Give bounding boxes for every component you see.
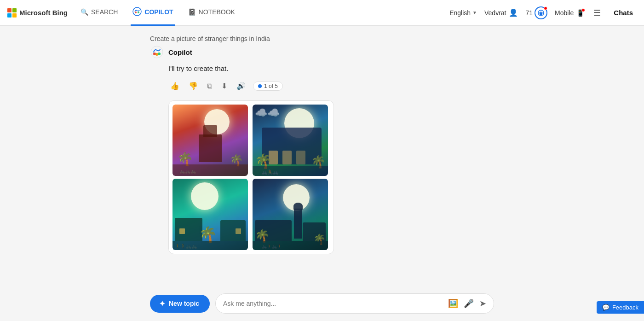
mobile-button[interactable]: Mobile 📱 — [555, 9, 584, 17]
svg-point-2 — [138, 12, 139, 13]
input-icons: 🖼️ 🎤 ➤ — [448, 298, 486, 309]
hamburger-menu[interactable]: ☰ — [592, 6, 603, 20]
chat-area: Create a picture of stranger things in I… — [150, 26, 494, 288]
user-avatar-icon: 👤 — [509, 8, 518, 17]
page-indicator[interactable]: 1 of 5 — [253, 82, 283, 91]
brand-label: Microsoft Bing — [19, 9, 68, 17]
thumbs-down-icon: 👎 — [189, 82, 198, 90]
send-icon: ➤ — [479, 299, 486, 308]
thumbs-up-button[interactable]: 👍 — [168, 80, 181, 92]
download-icon: ⬇ — [221, 82, 227, 90]
svg-point-0 — [133, 7, 141, 16]
nav-search[interactable]: 🔍 SEARCH — [79, 0, 120, 26]
thumbs-down-button[interactable]: 👎 — [187, 80, 200, 92]
send-button[interactable]: ➤ — [479, 298, 486, 309]
search-icon: 🔍 — [80, 8, 88, 16]
generated-image-3[interactable]: 🌴 🚶🚶🚲🚲 — [172, 179, 248, 250]
mobile-icon: 📱 — [576, 9, 584, 17]
svg-point-5 — [153, 53, 156, 55]
image-search-button[interactable]: 🖼️ — [448, 298, 458, 309]
page-dot — [258, 84, 262, 88]
copilot-response: Copilot I'll try to create that. 👍 👎 ⧉ ⬇ — [150, 45, 494, 254]
copilot-header: Copilot — [150, 45, 494, 59]
main-content: Create a picture of stranger things in I… — [143, 26, 501, 321]
image-grid: 🌴 🌴 🚲🚲🚲 — [168, 100, 334, 254]
nav-copilot[interactable]: COPILOT — [131, 0, 175, 26]
new-topic-icon: ✦ — [159, 299, 165, 308]
ms-logo-icon — [7, 8, 17, 18]
message-input-box: 🖼️ 🎤 ➤ — [215, 293, 494, 314]
language-selector[interactable]: English ▼ — [449, 9, 477, 17]
image-icon: 🖼️ — [448, 299, 458, 308]
user-profile[interactable]: Vedvrat 👤 — [484, 8, 518, 17]
response-text: I'll try to create that. — [150, 64, 494, 72]
feedback-icon: 💬 — [602, 304, 610, 311]
reward-badge[interactable]: 71 — [525, 6, 547, 19]
chevron-down-icon: ▼ — [472, 10, 477, 15]
svg-point-4 — [151, 46, 163, 58]
action-bar: 👍 👎 ⧉ ⬇ 🔊 1 of 5 — [150, 80, 494, 92]
copilot-nav-icon — [132, 7, 142, 18]
copilot-name-label: Copilot — [168, 48, 192, 56]
speak-button[interactable]: 🔊 — [235, 80, 247, 92]
copilot-logo-icon — [150, 45, 164, 59]
generated-image-4[interactable]: 🌴 🌴 🚲🚶🚲🚶 — [253, 179, 328, 250]
microphone-icon: 🎤 — [464, 299, 474, 308]
chats-button[interactable]: Chats — [610, 7, 637, 18]
svg-point-6 — [155, 53, 158, 56]
feedback-button[interactable]: 💬 Feedback — [597, 301, 644, 314]
speaker-icon: 🔊 — [236, 82, 246, 90]
new-topic-button[interactable]: ✦ New topic — [150, 295, 210, 313]
download-button[interactable]: ⬇ — [219, 80, 229, 92]
copy-icon: ⧉ — [207, 82, 212, 90]
bottom-input-area: ✦ New topic 🖼️ 🎤 ➤ — [150, 288, 494, 321]
user-prompt: Create a picture of stranger things in I… — [150, 29, 494, 45]
thumbs-up-icon: 👍 — [170, 82, 179, 90]
microphone-button[interactable]: 🎤 — [464, 298, 474, 309]
message-input[interactable] — [223, 300, 444, 307]
svg-point-1 — [135, 12, 137, 13]
reward-circle — [535, 6, 547, 19]
notebook-icon: 📓 — [188, 8, 196, 16]
generated-image-2[interactable]: 🌴 🌴 🚲🚴🚲 ☁️☁️ — [253, 105, 328, 176]
generated-image-1[interactable]: 🌴 🌴 🚲🚲🚲 — [172, 105, 248, 176]
svg-point-7 — [158, 53, 161, 55]
copy-button[interactable]: ⧉ — [205, 80, 214, 92]
ms-bing-logo[interactable]: Microsoft Bing — [7, 8, 68, 18]
header: Microsoft Bing 🔍 SEARCH COPILOT 📓 NOTEBO… — [0, 0, 644, 26]
nav-notebook[interactable]: 📓 NOTEBOOK — [186, 0, 237, 26]
